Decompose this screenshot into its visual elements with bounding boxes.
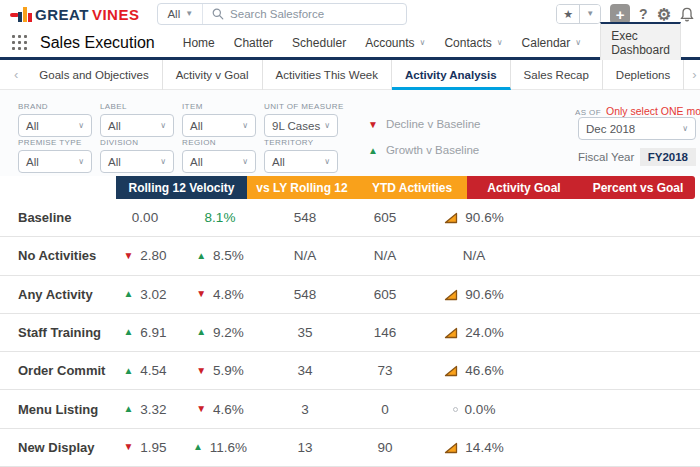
tab-activity-v-goal[interactable]: Activity v Goal <box>163 60 263 90</box>
favorites-caret-button[interactable]: ▼ <box>579 5 600 23</box>
table-row: Any Activity▲3.02▼4.8%54860590.6% <box>0 276 700 314</box>
chevron-down-icon: ∨ <box>324 122 330 130</box>
app-nav-bar: Sales Execution Home Chatter Scheduler A… <box>0 28 700 60</box>
growth-icon: ▲ <box>193 442 203 452</box>
row-label: Menu Listing <box>0 402 116 417</box>
pct-cell: 0.0% <box>426 402 522 417</box>
tab-goals-and-objectives[interactable]: Goals and Objectives <box>26 60 162 90</box>
pct-value: 24.0% <box>465 325 503 340</box>
chevron-down-icon: ∨ <box>160 158 166 166</box>
unit-of-measure-select[interactable]: 9L Cases∨ <box>264 114 338 137</box>
vs-ly-cell: ▲11.6% <box>174 440 266 455</box>
filter-panel: BRAND All∨ LABEL All∨ ITEM All∨ UNIT OF … <box>0 90 700 176</box>
velocity-cell-value: 3.32 <box>140 402 166 417</box>
dashboard-tab-bar: ‹ Goals and Objectives Activity v Goal A… <box>0 60 700 90</box>
asof-label: AS OF <box>575 108 601 117</box>
pct-cell: 90.6% <box>426 210 522 225</box>
favorites-star-button[interactable]: ★ <box>557 5 579 23</box>
velocity-cell: ▼2.80 <box>116 248 174 263</box>
notifications-bell-button[interactable] <box>680 7 694 22</box>
goal-flag-icon <box>444 211 458 224</box>
growth-icon: ▲ <box>123 289 133 299</box>
decline-icon: ▼ <box>196 289 206 299</box>
pct-cell: 46.6% <box>426 363 522 378</box>
velocity-cell-value: 2.80 <box>140 248 166 263</box>
search-input[interactable] <box>230 8 406 20</box>
asof-warning: Only select ONE month <box>606 105 700 117</box>
table-row: Menu Listing▲3.32▼4.6%300.0% <box>0 390 700 428</box>
goal-flag-icon <box>444 441 458 454</box>
app-name: Sales Execution <box>40 34 155 52</box>
col-rolling-12-velocity: Rolling 12 Velocity <box>116 176 247 199</box>
chevron-down-icon: ∨ <box>242 158 248 166</box>
tab-sales-recap[interactable]: Sales Recap <box>511 60 603 90</box>
nav-item-exec-dashboard[interactable]: Exec Dashboard <box>600 22 681 64</box>
label-filter: LABEL All∨ <box>100 102 174 137</box>
chevron-down-icon: ∨ <box>160 122 166 130</box>
ytd-cell: 548 <box>266 210 344 225</box>
legend-growth: ▲ Growth v Baseline <box>368 144 479 156</box>
growth-icon: ▲ <box>368 145 378 156</box>
app-launcher-waffle-icon[interactable] <box>12 35 28 51</box>
fiscal-year-value: FY2018 <box>640 148 696 166</box>
goal-flag-icon <box>444 364 458 377</box>
territory-filter-select[interactable]: All∨ <box>264 150 338 173</box>
tab-scroll-left-icon[interactable]: ‹ <box>6 67 26 82</box>
premise-type-filter: PREMISE TYPE All∨ <box>18 138 92 173</box>
col-percent-vs-goal: Percent vs Goal <box>581 176 695 199</box>
chevron-down-icon: ∨ <box>324 158 330 166</box>
label-filter-select[interactable]: All∨ <box>100 114 174 137</box>
help-button[interactable]: ? <box>639 6 648 22</box>
tab-scroll-right-icon[interactable]: › <box>684 67 700 82</box>
ytd-cell: 34 <box>266 363 344 378</box>
vs-ly-cell-value: 4.6% <box>213 402 244 417</box>
table-row: No Activities▼2.80▲8.5%N/AN/AN/A <box>0 237 700 275</box>
pct-cell: 90.6% <box>426 287 522 302</box>
bar-chart-logo-icon <box>10 6 32 23</box>
decline-icon: ▼ <box>196 366 206 376</box>
pct-cell: 24.0% <box>426 325 522 340</box>
logo-text-vines: VINES <box>92 6 140 23</box>
nav-item-chatter[interactable]: Chatter <box>234 36 273 50</box>
goal-cell: 90 <box>344 440 426 455</box>
nav-item-accounts[interactable]: Accounts∨ <box>365 36 425 50</box>
legend-decline: ▼ Decline v Baseline <box>368 118 481 130</box>
table-row: Order Commit▲4.54▼5.9%347346.6% <box>0 352 700 390</box>
brand-filter-select[interactable]: All∨ <box>18 114 92 137</box>
row-label: New Display <box>0 440 116 455</box>
goal-cell: 605 <box>344 210 426 225</box>
vs-ly-cell-value: 5.9% <box>213 363 244 378</box>
table-header-spacer <box>0 176 116 199</box>
division-filter-select[interactable]: All∨ <box>100 150 174 173</box>
goal-cell: 605 <box>344 287 426 302</box>
velocity-cell-value: 3.02 <box>140 287 166 302</box>
row-label: No Activities <box>0 248 116 263</box>
pct-value: 90.6% <box>465 287 503 302</box>
tab-depletions[interactable]: Depletions <box>603 60 684 90</box>
chevron-down-icon: ∨ <box>78 158 84 166</box>
growth-icon: ▲ <box>123 404 133 414</box>
row-label: Order Commit <box>0 363 116 378</box>
vs-ly-cell: ▼4.8% <box>174 287 266 302</box>
nav-item-home[interactable]: Home <box>183 36 215 50</box>
nav-item-contacts[interactable]: Contacts∨ <box>444 36 502 50</box>
vs-ly-cell: 8.1% <box>174 210 266 225</box>
asof-line: AS OF Only select ONE month <box>575 105 700 117</box>
tab-activities-this-week[interactable]: Activities This Week <box>263 60 392 90</box>
premise-type-select[interactable]: All∨ <box>18 150 92 173</box>
velocity-cell-value: 6.91 <box>140 325 166 340</box>
search-icon <box>212 8 224 20</box>
table-row: Baseline0.008.1%54860590.6% <box>0 199 700 237</box>
tab-activity-analysis[interactable]: Activity Analysis <box>392 60 511 90</box>
growth-icon: ▲ <box>196 251 206 261</box>
item-filter-select[interactable]: All∨ <box>182 114 256 137</box>
nav-item-scheduler[interactable]: Scheduler <box>292 36 346 50</box>
asof-month-select[interactable]: Dec 2018∨ <box>578 117 696 140</box>
velocity-cell-value: 0.00 <box>132 210 158 225</box>
vs-ly-cell-value: 4.8% <box>213 287 244 302</box>
nav-item-calendar[interactable]: Calendar∨ <box>522 36 582 50</box>
region-filter-select[interactable]: All∨ <box>182 150 256 173</box>
growth-icon: ▲ <box>123 366 133 376</box>
table-row: New Display▼1.95▲11.6%139014.4% <box>0 429 700 467</box>
nav-items: Home Chatter Scheduler Accounts∨ Contact… <box>183 22 700 64</box>
